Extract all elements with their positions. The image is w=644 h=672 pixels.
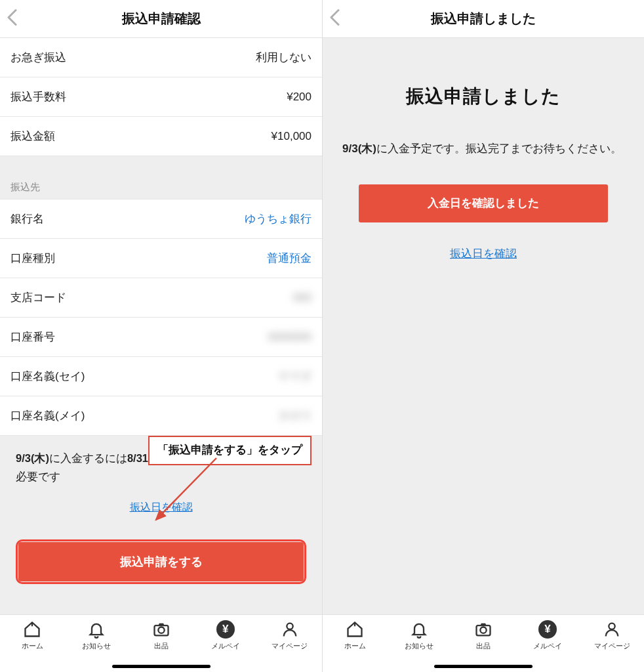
screen-confirm: 振込申請確認 お急ぎ振込 利用しない 振込手数料 ¥200 振込金額 ¥10,0… xyxy=(0,0,322,672)
bell-icon xyxy=(410,620,428,639)
person-icon xyxy=(281,620,299,639)
annotation-arrow-icon xyxy=(138,455,230,528)
tab-label: ホーム xyxy=(22,641,43,651)
yen-icon: ¥ xyxy=(538,620,557,639)
row-transfer-amount: 振込金額 ¥10,000 xyxy=(0,117,322,156)
row-value: 普通預金 xyxy=(267,251,312,266)
tab-bar: ホーム お知らせ 出品 ¥ メルペイ マイページ xyxy=(323,614,644,672)
bell-icon xyxy=(87,620,106,639)
tab-home[interactable]: ホーム xyxy=(0,615,64,672)
row-value: ¥200 xyxy=(287,91,312,104)
row-value-blurred: 0000000 xyxy=(268,331,312,344)
annotation-callout: 「振込申請をする」をタップ xyxy=(148,436,312,465)
check-transfer-date-link-wrap: 振込日を確認 xyxy=(342,246,624,261)
row-label: 支店コード xyxy=(10,290,66,305)
row-value: ¥10,000 xyxy=(272,130,312,143)
person-icon xyxy=(603,620,621,639)
tab-label: ホーム xyxy=(344,641,366,651)
tab-label: マイページ xyxy=(272,641,308,651)
tab-label: メルペイ xyxy=(533,641,562,651)
row-label: お急ぎ振込 xyxy=(10,50,66,65)
row-label: 振込手数料 xyxy=(10,89,66,104)
success-date-bold: 9/3(木) xyxy=(342,142,376,155)
content-area: 振込申請しました 9/3(木)に入金予定です。振込完了までお待ちください。 入金… xyxy=(323,38,644,614)
note-bold-date: 9/3(木) xyxy=(16,452,49,464)
camera-icon xyxy=(474,620,493,639)
row-value-blurred: タロウ xyxy=(278,408,312,423)
tab-sell[interactable]: 出品 xyxy=(129,615,193,672)
row-account-number: 口座番号 0000000 xyxy=(0,318,322,357)
tab-label: 出品 xyxy=(476,641,491,651)
row-value: 利用しない xyxy=(256,50,312,65)
submit-transfer-button[interactable]: 振込申請をする xyxy=(18,542,304,581)
tab-mypage[interactable]: マイページ xyxy=(258,615,322,672)
check-transfer-date-link-wrap: 振込日を確認 xyxy=(16,497,306,516)
svg-point-4 xyxy=(287,623,292,629)
tab-label: お知らせ xyxy=(82,641,111,651)
back-icon[interactable] xyxy=(329,9,340,29)
check-transfer-date-link[interactable]: 振込日を確認 xyxy=(130,501,193,513)
home-indicator xyxy=(434,665,533,668)
tab-home[interactable]: ホーム xyxy=(323,615,387,672)
check-transfer-date-link[interactable]: 振込日を確認 xyxy=(450,247,517,260)
row-value-blurred: ヤマダ xyxy=(278,369,312,384)
success-body: 振込申請しました 9/3(木)に入金予定です。振込完了までお待ちください。 入金… xyxy=(323,38,644,614)
row-branch-code: 支店コード 000 xyxy=(0,278,322,318)
tab-notice[interactable]: お知らせ xyxy=(387,615,451,672)
yen-icon: ¥ xyxy=(216,620,235,639)
row-express-transfer: お急ぎ振込 利用しない xyxy=(0,38,322,77)
nav-header: 振込申請しました xyxy=(323,0,644,38)
tab-label: マイページ xyxy=(594,641,630,651)
row-account-type: 口座種別 普通預金 xyxy=(0,239,322,278)
row-label: 口座名義(セイ) xyxy=(10,369,85,384)
tab-merpay[interactable]: ¥ メルペイ xyxy=(193,615,258,672)
row-label: 振込金額 xyxy=(10,129,55,144)
tab-notice[interactable]: お知らせ xyxy=(64,615,129,672)
deadline-note: 9/3(木)に入金するには8/31(月)8時59分までに振込申請が必要です 「振… xyxy=(0,436,322,528)
confirm-deposit-date-button[interactable]: 入金日を確認しました xyxy=(359,184,608,222)
back-icon[interactable] xyxy=(7,9,17,29)
home-icon xyxy=(346,620,364,639)
tab-mypage[interactable]: マイページ xyxy=(580,615,644,672)
success-heading: 振込申請しました xyxy=(342,84,624,109)
section-header-bank: 振込先 xyxy=(0,175,322,200)
nav-header: 振込申請確認 xyxy=(0,0,322,38)
row-transfer-fee: 振込手数料 ¥200 xyxy=(0,77,322,117)
row-value: ゆうちょ銀行 xyxy=(245,211,312,226)
tab-label: 出品 xyxy=(154,641,169,651)
svg-point-3 xyxy=(158,627,164,633)
row-label: 口座名義(メイ) xyxy=(10,408,85,423)
camera-icon xyxy=(152,620,171,639)
row-account-name-mei: 口座名義(メイ) タロウ xyxy=(0,396,322,436)
home-indicator xyxy=(112,665,211,668)
row-label: 銀行名 xyxy=(10,211,44,226)
row-label: 口座番号 xyxy=(10,329,55,345)
section-gap xyxy=(0,156,322,175)
tab-bar: ホーム お知らせ 出品 ¥ メルペイ マイページ xyxy=(0,614,322,672)
primary-button-area: 振込申請をする xyxy=(0,528,322,601)
page-title: 振込申請しました xyxy=(431,10,536,28)
row-label: 口座種別 xyxy=(10,251,55,266)
success-message: 9/3(木)に入金予定です。振込完了までお待ちください。 xyxy=(342,139,624,159)
svg-point-7 xyxy=(609,623,614,629)
row-account-name-sei: 口座名義(セイ) ヤマダ xyxy=(0,357,322,396)
home-icon xyxy=(23,620,41,639)
tab-label: お知らせ xyxy=(405,641,433,651)
svg-point-6 xyxy=(480,627,486,633)
row-bank-name: 銀行名 ゆうちょ銀行 xyxy=(0,200,322,239)
tab-label: メルペイ xyxy=(211,641,240,651)
row-value-blurred: 000 xyxy=(293,291,312,304)
screen-success: 振込申請しました 振込申請しました 9/3(木)に入金予定です。振込完了までお待… xyxy=(322,0,644,672)
tab-merpay[interactable]: ¥ メルペイ xyxy=(515,615,580,672)
page-title: 振込申請確認 xyxy=(122,10,201,28)
content-area: お急ぎ振込 利用しない 振込手数料 ¥200 振込金額 ¥10,000 振込先 … xyxy=(0,38,322,614)
tab-sell[interactable]: 出品 xyxy=(451,615,515,672)
